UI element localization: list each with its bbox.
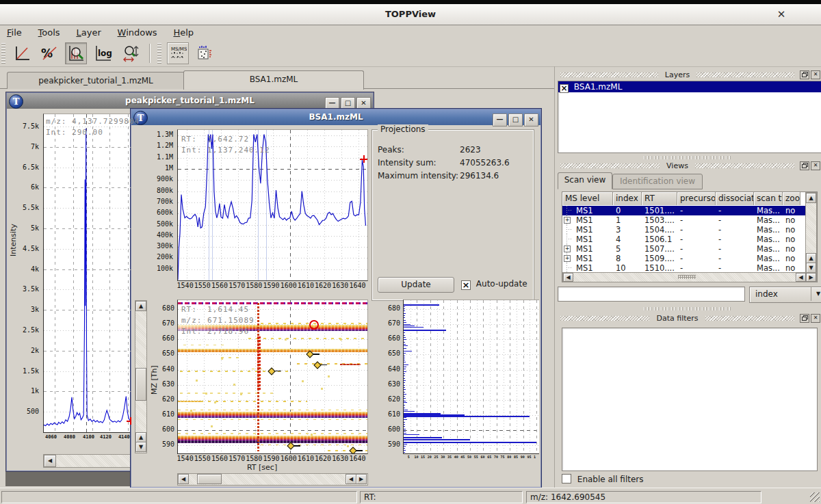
zoom-axes-button[interactable]	[120, 42, 142, 64]
close-panel-icon[interactable]: ✕	[811, 70, 820, 79]
bsa1-titlebar[interactable]: T BSA1.mzML —□✕	[131, 109, 540, 125]
heatmap-dot	[311, 434, 313, 436]
scroll-up-icon[interactable]: ▲	[135, 301, 146, 311]
panel-grip-texture	[560, 163, 660, 168]
float-panel-icon[interactable]	[800, 314, 809, 323]
panel-splitter[interactable]	[644, 156, 733, 159]
reset-zoom-button[interactable]	[65, 42, 87, 64]
scroll-right-icon[interactable]: ▶	[806, 273, 816, 282]
toolbar-grip[interactable]	[157, 43, 161, 64]
main-titlebar[interactable]: TOPPView ✕	[0, 4, 821, 25]
menu-help[interactable]: Help	[166, 25, 200, 40]
scroll-up-icon[interactable]: ▲	[135, 432, 146, 442]
scroll-up-icon[interactable]: ▲	[806, 253, 816, 263]
spectrum-1d-canvas[interactable]	[43, 114, 132, 433]
2d-view-button[interactable]	[194, 42, 216, 64]
column-header-scan-typ[interactable]: scan typ	[754, 192, 783, 205]
expand-icon[interactable]: +	[564, 217, 571, 224]
map-v-scrollbar[interactable]: ▲ ▲ ▼	[135, 300, 147, 453]
mz-projection-canvas[interactable]	[403, 300, 539, 454]
close-icon[interactable]: ✕	[524, 114, 538, 127]
tab-scan-view[interactable]: Scan view	[558, 172, 612, 189]
map-v-scroll-thumb[interactable]	[135, 368, 146, 401]
log-intensity-button[interactable]: log	[92, 42, 114, 64]
table-row[interactable]: MS1101510....--Mas...no	[562, 263, 817, 273]
close-panel-icon[interactable]: ✕	[811, 314, 820, 323]
window-bsa1[interactable]: T BSA1.mzML —□✕ RT: 1,642.72 Int: 1,137,…	[130, 108, 542, 488]
toolbar-grip[interactable]	[1, 43, 5, 64]
minimize-icon[interactable]: —	[493, 114, 507, 127]
close-panel-icon[interactable]: ✕	[811, 161, 820, 170]
panel-splitter[interactable]	[644, 307, 733, 310]
heatmap-dot	[240, 393, 242, 395]
menu-file[interactable]: File	[0, 25, 29, 40]
scan-search-column-combo[interactable]: index ▼	[749, 287, 821, 303]
column-header-dissociat[interactable]: dissociat	[716, 192, 754, 205]
resize-grip[interactable]	[810, 492, 820, 502]
menu-layer[interactable]: Layer	[69, 25, 107, 40]
close-icon[interactable]: ✕	[774, 8, 788, 21]
column-header-index[interactable]: index	[613, 192, 642, 205]
gridline-v	[457, 300, 458, 453]
table-row[interactable]: MS141506.1--Mas...no	[562, 235, 817, 244]
expand-icon[interactable]: +	[564, 255, 571, 262]
float-panel-icon[interactable]	[800, 70, 809, 79]
tab-peakpicker[interactable]: peakpicker_tutorial_1.mzML	[7, 72, 185, 89]
scroll-down-icon[interactable]: ▼	[135, 442, 146, 452]
expand-icon[interactable]: +	[564, 246, 571, 252]
chrom-y-tick: 800k	[146, 187, 173, 194]
layers-panel-header[interactable]: Layers ✕	[556, 70, 820, 79]
column-header-precurso[interactable]: precurso	[677, 192, 716, 205]
peakpicker-titlebar[interactable]: T peakpicker_tutorial_1.mzML —□✕	[7, 93, 373, 109]
percentage-intensity-button[interactable]: %	[38, 42, 60, 64]
layer-item-bsa1[interactable]: × BSA1.mzML	[558, 81, 821, 92]
map-h-scroll-thumb[interactable]	[197, 474, 222, 484]
chrom-x-tick: 1570	[229, 282, 245, 289]
scroll-up-icon[interactable]: ▲	[806, 193, 816, 203]
linear-intensity-axis-button[interactable]	[11, 42, 33, 64]
table-row[interactable]: +MS111503....--Mas...no	[562, 215, 817, 225]
menu-tools[interactable]: Tools	[31, 25, 67, 40]
scan-search-input[interactable]	[558, 287, 745, 302]
update-button[interactable]: Update	[378, 277, 454, 293]
scan-table[interactable]: MS levelindexRTprecursodissociatscan typ…	[562, 191, 818, 282]
gridline-v	[510, 300, 510, 453]
column-header-rt[interactable]: RT	[642, 192, 677, 205]
map-y-tick: 670	[147, 319, 174, 327]
enable-all-filters-checkbox[interactable]	[562, 474, 571, 483]
table-h-scrollbar[interactable]: ◀◀▶	[562, 272, 817, 282]
auto-update-checkbox[interactable]: ×	[461, 280, 471, 290]
data-filters-list[interactable]	[562, 328, 818, 471]
map-h-scrollbar[interactable]: ◀ ◀ ▶	[177, 473, 368, 486]
scroll-left-icon[interactable]: ◀	[44, 455, 56, 467]
proj-x-tick: 70	[494, 455, 498, 459]
table-v-scrollbar[interactable]: ▲▲▼	[805, 192, 817, 274]
menu-windows[interactable]: Windows	[111, 25, 164, 40]
table-row[interactable]: MS101501....--Mas...no	[562, 206, 817, 215]
layer-visibility-checkbox[interactable]: ×	[560, 84, 569, 93]
scroll-left-icon[interactable]: ◀	[346, 474, 356, 484]
layers-list[interactable]: × BSA1.mzML	[558, 81, 821, 153]
projection-bar	[404, 448, 405, 449]
scroll-right-icon[interactable]: ▶	[356, 474, 367, 484]
table-row[interactable]: +MS151507....--Mas...no	[562, 244, 817, 254]
chevron-down-icon[interactable]: ▼	[811, 287, 821, 301]
msms-view-button[interactable]: MS/MS	[167, 42, 189, 64]
column-header-zoom[interactable]: zoom	[783, 192, 800, 205]
scroll-down-icon[interactable]: ▼	[806, 263, 816, 273]
table-row[interactable]: MS131504....--Mas...no	[562, 225, 817, 235]
scroll-left-icon[interactable]: ◀	[178, 474, 189, 484]
chrom-y-tick: 1M	[146, 164, 173, 172]
float-panel-icon[interactable]	[800, 161, 809, 170]
scroll-left-icon[interactable]: ◀	[796, 273, 806, 282]
data-filters-panel-header[interactable]: Data filters ✕	[556, 314, 820, 323]
table-row[interactable]: +MS181509....--Mas...no	[562, 254, 817, 263]
tab-bsa1[interactable]: BSA1.mzML	[183, 70, 364, 90]
map-x-tick: 1540	[177, 455, 194, 462]
scroll-left-icon[interactable]: ◀	[563, 273, 573, 282]
tab-identification-view[interactable]: Identification view	[612, 174, 703, 189]
column-header-ms-level[interactable]: MS level	[562, 192, 613, 205]
maximize-icon[interactable]: □	[508, 114, 523, 127]
views-panel-header[interactable]: Views ✕	[556, 161, 820, 170]
map-x-tick: 1620	[315, 455, 331, 462]
